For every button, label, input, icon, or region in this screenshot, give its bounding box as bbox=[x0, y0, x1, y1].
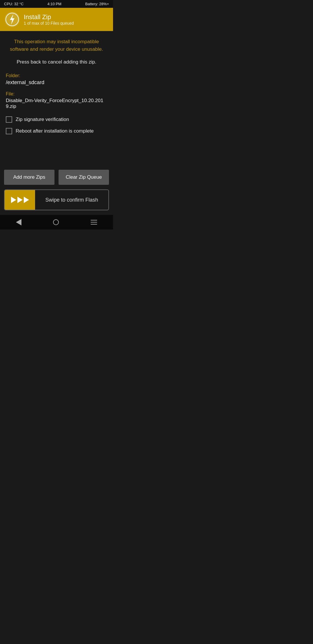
header: Install Zip 1 of max of 10 Files queued bbox=[0, 8, 113, 31]
reboot-row[interactable]: Reboot after installation is complete bbox=[6, 128, 107, 134]
menu-button[interactable] bbox=[91, 220, 97, 225]
action-buttons: Add more Zips Clear Zip Queue bbox=[0, 170, 113, 185]
status-bar: CPU: 32 °C 4:10 PM Battery: 28%+ bbox=[0, 0, 113, 8]
reboot-label: Reboot after installation is complete bbox=[16, 128, 94, 134]
spacer bbox=[6, 140, 107, 163]
add-more-zips-button[interactable]: Add more Zips bbox=[4, 170, 54, 185]
folder-value: /external_sdcard bbox=[6, 79, 107, 86]
reboot-checkbox[interactable] bbox=[6, 128, 12, 134]
file-label: File: bbox=[6, 91, 107, 97]
swipe-label: Swipe to confirm Flash bbox=[35, 197, 108, 203]
battery-status: Battery: 28%+ bbox=[85, 2, 109, 6]
menu-line-3 bbox=[91, 224, 97, 225]
zip-signature-label: Zip signature verification bbox=[16, 117, 69, 122]
back-button[interactable] bbox=[16, 219, 21, 225]
play-arrow-1 bbox=[11, 197, 16, 203]
time-status: 4:10 PM bbox=[47, 2, 61, 6]
nav-bar bbox=[0, 215, 113, 229]
home-button[interactable] bbox=[53, 219, 59, 225]
file-value: Disable_Dm-Verity_ForceEncrypt_10.20.201… bbox=[6, 98, 107, 109]
cancel-text: Press back to cancel adding this zip. bbox=[6, 59, 107, 65]
zip-signature-checkbox[interactable] bbox=[6, 116, 12, 123]
warning-text: This operation may install incompatible … bbox=[6, 38, 107, 53]
swipe-handle[interactable] bbox=[5, 190, 35, 210]
play-arrow-3 bbox=[24, 197, 29, 203]
zip-signature-row[interactable]: Zip signature verification bbox=[6, 116, 107, 123]
menu-line-1 bbox=[91, 220, 97, 220]
play-arrow-2 bbox=[17, 197, 23, 203]
folder-label: Folder: bbox=[6, 73, 107, 78]
clear-zip-queue-button[interactable]: Clear Zip Queue bbox=[59, 170, 109, 185]
app-icon bbox=[5, 12, 20, 27]
main-content: This operation may install incompatible … bbox=[0, 31, 113, 170]
header-title: Install Zip bbox=[24, 13, 74, 21]
swipe-to-flash[interactable]: Swipe to confirm Flash bbox=[4, 189, 109, 210]
header-text: Install Zip 1 of max of 10 Files queued bbox=[24, 13, 74, 26]
menu-line-2 bbox=[91, 222, 97, 222]
header-subtitle: 1 of max of 10 Files queued bbox=[24, 21, 74, 26]
cpu-status: CPU: 32 °C bbox=[4, 2, 23, 6]
